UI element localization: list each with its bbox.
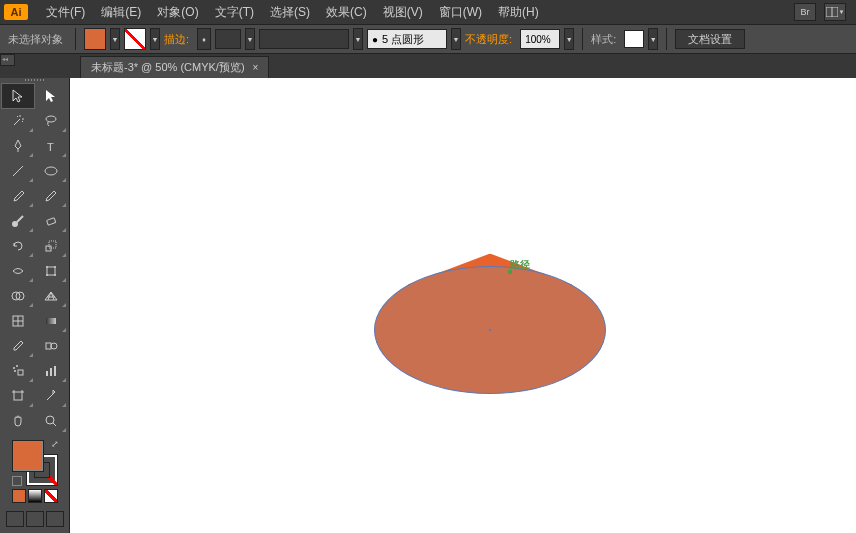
blob-brush-tool[interactable] xyxy=(2,209,34,233)
graphic-style-swatch[interactable] xyxy=(624,30,644,48)
rotate-tool[interactable] xyxy=(2,234,34,258)
control-bar: 未选择对象 ▼ ▼ 描边: ♦ ▼ ▼ ● 5 点圆形 ▼ 不透明度: 100%… xyxy=(0,24,856,54)
svg-rect-20 xyxy=(46,318,56,324)
menu-object[interactable]: 对象(O) xyxy=(149,4,206,21)
line-tool[interactable] xyxy=(2,159,34,183)
draw-normal-button[interactable] xyxy=(6,511,24,527)
menu-effect[interactable]: 效果(C) xyxy=(318,4,375,21)
menu-window[interactable]: 窗口(W) xyxy=(431,4,490,21)
svg-point-12 xyxy=(54,266,56,268)
menu-type[interactable]: 文字(T) xyxy=(207,4,262,21)
stroke-weight-stepper[interactable]: ♦ xyxy=(197,28,211,50)
ellipse-shape[interactable] xyxy=(374,266,606,394)
paintbrush-tool[interactable] xyxy=(2,184,34,208)
stroke-profile-arrow[interactable]: ▼ xyxy=(353,28,363,50)
close-tab-icon[interactable]: × xyxy=(253,62,259,73)
stroke-label: 描边: xyxy=(164,32,189,47)
eyedropper-tool[interactable] xyxy=(2,334,34,358)
scale-tool[interactable] xyxy=(35,234,67,258)
zoom-tool[interactable] xyxy=(35,409,67,433)
draw-inside-button[interactable] xyxy=(46,511,64,527)
svg-rect-23 xyxy=(18,370,23,375)
document-setup-button[interactable]: 文档设置 xyxy=(675,29,745,49)
default-fill-stroke-icon[interactable] xyxy=(12,476,22,486)
brush-definition-dropdown[interactable]: ● 5 点圆形 xyxy=(367,29,447,49)
pencil-tool[interactable] xyxy=(35,184,67,208)
gradient-mode-button[interactable] xyxy=(28,489,42,503)
document-tab-bar: 未标题-3* @ 50% (CMYK/预览) × xyxy=(0,54,856,78)
fill-dropdown[interactable]: ▼ xyxy=(110,28,120,50)
svg-text:T: T xyxy=(47,141,54,153)
width-tool[interactable] xyxy=(2,259,34,283)
stroke-weight-dropdown[interactable]: ▼ xyxy=(245,28,255,50)
mesh-tool[interactable] xyxy=(2,309,34,333)
opacity-label: 不透明度: xyxy=(465,32,512,47)
svg-rect-9 xyxy=(49,241,56,248)
swap-fill-stroke-icon[interactable]: ⤢ xyxy=(51,439,59,449)
symbol-sprayer-tool[interactable] xyxy=(2,359,34,383)
svg-point-24 xyxy=(13,367,15,369)
color-mode-button[interactable] xyxy=(12,489,26,503)
ellipse-shape-tool[interactable] xyxy=(35,159,67,183)
fill-stroke-indicator[interactable]: ⤢ xyxy=(13,441,57,485)
canvas-area[interactable]: 路径 xyxy=(70,78,856,533)
menu-help[interactable]: 帮助(H) xyxy=(490,4,547,21)
blend-tool[interactable] xyxy=(35,334,67,358)
stroke-profile-dropdown[interactable] xyxy=(259,29,349,49)
artboard-tool[interactable] xyxy=(2,384,34,408)
toolbox: T ⤢ xyxy=(0,78,70,533)
svg-rect-30 xyxy=(14,392,22,400)
menu-select[interactable]: 选择(S) xyxy=(262,4,318,21)
ellipse-center-point xyxy=(489,329,491,331)
direct-selection-tool[interactable] xyxy=(35,84,67,108)
svg-point-5 xyxy=(45,167,57,175)
free-transform-tool[interactable] xyxy=(35,259,67,283)
document-tab[interactable]: 未标题-3* @ 50% (CMYK/预览) × xyxy=(80,56,269,78)
slice-tool[interactable] xyxy=(35,384,67,408)
column-graph-tool[interactable] xyxy=(35,359,67,383)
svg-point-13 xyxy=(46,274,48,276)
fill-indicator[interactable] xyxy=(13,441,43,471)
graphic-style-dropdown[interactable]: ▼ xyxy=(648,28,658,50)
svg-rect-27 xyxy=(46,371,48,376)
lasso-tool[interactable] xyxy=(35,109,67,133)
menu-file[interactable]: 文件(F) xyxy=(38,4,93,21)
perspective-grid-tool[interactable] xyxy=(35,284,67,308)
svg-point-35 xyxy=(46,416,54,424)
app-logo: Ai xyxy=(4,4,28,20)
magic-wand-tool[interactable] xyxy=(2,109,34,133)
shape-builder-tool[interactable] xyxy=(2,284,34,308)
menu-edit[interactable]: 编辑(E) xyxy=(93,4,149,21)
svg-rect-21 xyxy=(46,343,51,349)
svg-point-22 xyxy=(51,343,57,349)
stroke-color-swatch[interactable] xyxy=(124,28,146,50)
brush-definition-arrow[interactable]: ▼ xyxy=(451,28,461,50)
eraser-tool[interactable] xyxy=(35,209,67,233)
document-tab-title: 未标题-3* @ 50% (CMYK/预览) xyxy=(91,60,245,75)
selection-tool[interactable] xyxy=(2,84,34,108)
opacity-input[interactable]: 100% xyxy=(520,29,560,49)
type-tool[interactable]: T xyxy=(35,134,67,158)
gradient-tool[interactable] xyxy=(35,309,67,333)
svg-rect-10 xyxy=(47,267,55,275)
svg-rect-29 xyxy=(54,366,56,376)
menu-bar: Ai 文件(F) 编辑(E) 对象(O) 文字(T) 选择(S) 效果(C) 视… xyxy=(0,0,856,24)
hand-tool[interactable] xyxy=(2,409,34,433)
draw-behind-button[interactable] xyxy=(26,511,44,527)
svg-line-36 xyxy=(53,423,56,426)
smart-guide-label: 路径 xyxy=(510,258,530,272)
arrange-documents-button[interactable]: ▼ xyxy=(824,3,846,21)
svg-point-26 xyxy=(14,370,16,372)
artboard[interactable]: 路径 xyxy=(70,78,856,533)
panel-collapse-handle[interactable] xyxy=(0,54,15,66)
svg-point-14 xyxy=(54,274,56,276)
opacity-dropdown[interactable]: ▼ xyxy=(564,28,574,50)
none-mode-button[interactable] xyxy=(44,489,58,503)
pen-tool[interactable] xyxy=(2,134,34,158)
fill-color-swatch[interactable] xyxy=(84,28,106,50)
svg-line-4 xyxy=(13,166,23,176)
stroke-dropdown[interactable]: ▼ xyxy=(150,28,160,50)
stroke-weight-input[interactable] xyxy=(215,29,241,49)
menu-view[interactable]: 视图(V) xyxy=(375,4,431,21)
bridge-button[interactable]: Br xyxy=(794,3,816,21)
